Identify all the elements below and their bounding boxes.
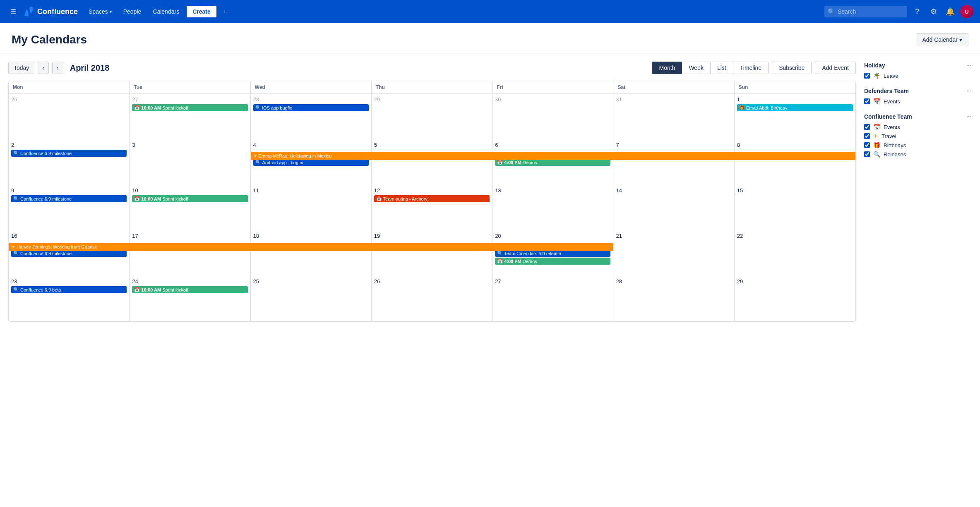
menu-icon[interactable]: ☰ [7,5,20,18]
ct-events-icon: 📅 [873,124,880,130]
cell-16: 16 🔍Confluence 6.9 milestone [9,230,130,276]
month-title: April 2018 [70,63,110,73]
calendar-body: 26 27 📅10:00 AM Sprint kickoff 28 � [9,94,855,321]
confluence-team-title: Confluence Team [864,113,912,120]
event-conf-beta[interactable]: 🔍Confluence 6.9 beta [11,286,127,293]
sidebar-section-holiday: Holiday ··· 🌴 Leave [864,62,972,79]
ct-birthdays-checkbox[interactable] [864,142,870,148]
search-icon: 🔍 [828,8,835,15]
today-button[interactable]: Today [8,62,34,74]
sidebar-section-confluence-team: Confluence Team ··· 📅 Events ✈ Travel 🎁 … [864,113,972,158]
header-wed: Wed [251,81,372,93]
defenders-events-icon: 📅 [873,98,880,105]
calendar-area: Today ‹ › April 2018 Month Week List Tim… [8,62,856,322]
cell-30: 30 [492,94,613,139]
more-button[interactable]: ··· [220,6,233,17]
ct-releases-icon: 🔍 [873,151,880,158]
nav-people[interactable]: People [119,6,146,17]
settings-icon[interactable]: ⚙ [927,5,940,18]
event-demos-2[interactable]: 📅4:00 PM Demos [495,258,610,265]
cell-15: 15 [735,185,855,230]
cell-27b: 27 [492,276,613,321]
week-5: 23 🔍Confluence 6.9 beta 24 📅10:00 AM Spr… [9,276,855,321]
nav-spaces[interactable]: Spaces ▾ [84,6,116,17]
event-conf-milestone-1[interactable]: 🔍Confluence 6.9 milestone [11,150,127,157]
header-fri: Fri [492,81,613,93]
tab-list[interactable]: List [710,62,733,74]
next-button[interactable]: › [52,62,63,74]
header-sat: Sat [613,81,734,93]
cell-21: 21 [613,230,734,276]
notifications-icon[interactable]: 🔔 [944,5,957,18]
sidebar-item-leave: 🌴 Leave [864,72,972,79]
event-team-outing[interactable]: 📅Team outing - Archery! [374,195,490,202]
event-birthday-emad[interactable]: 🎁Emad Abdi: Birthday [737,104,853,111]
cell-23: 23 🔍Confluence 6.9 beta [9,276,130,321]
event-sprint-kickoff-1[interactable]: 📅10:00 AM Sprint kickoff [132,104,247,111]
sidebar: Holiday ··· 🌴 Leave Defenders Team ··· 📅 [864,62,972,322]
event-emma-mexico[interactable]: ✈Emma McRae: Holidaying in Mexico [251,152,855,160]
page-header: My Calendars Add Calendar ▾ [0,23,980,53]
subscribe-button[interactable]: Subscribe [772,62,812,74]
ct-events-checkbox[interactable] [864,124,870,130]
sidebar-item-ct-travel: ✈ Travel [864,133,972,139]
event-sprint-kickoff-3[interactable]: 📅10:00 AM Sprint kickoff [132,286,247,293]
brand-logo[interactable]: Confluence [23,6,78,17]
event-harvey-gdansk[interactable]: ✈Harvey Jennings: Working from Gdańsk [9,243,613,251]
cell-29: 29 [372,94,492,139]
tab-month[interactable]: Month [652,62,682,74]
event-sprint-kickoff-2[interactable]: 📅10:00 AM Sprint kickoff [132,195,247,202]
tab-week[interactable]: Week [682,62,711,74]
add-event-button[interactable]: Add Event [815,62,856,74]
holiday-menu-icon[interactable]: ··· [966,62,972,69]
cell-18: 18 [251,230,372,276]
header-mon: Mon [9,81,130,93]
cell-14: 14 [613,185,734,230]
cell-31: 31 [613,94,734,139]
search-wrap: 🔍 [824,6,907,17]
event-conf-milestone-2[interactable]: 🔍Confluence 6.9 milestone [11,195,127,202]
view-tabs: Month Week List Timeline [652,62,769,74]
cell-28b: 28 [613,276,734,321]
cell-25: 25 [251,276,372,321]
event-ios-bugfix[interactable]: 🔍iOS app bugfix [253,104,369,111]
ct-travel-icon: ✈ [873,133,878,139]
header-sun: Sun [735,81,855,93]
sidebar-item-ct-releases: 🔍 Releases [864,151,972,158]
defenders-events-checkbox[interactable] [864,98,870,104]
cell-22: 22 [735,230,855,276]
cell-28: 28 🔍iOS app bugfix [251,94,372,139]
ct-releases-label: Releases [884,151,906,158]
cell-4: 4 🔍Android app - bugfix [251,139,372,185]
week-2: 2 🔍Confluence 6.9 milestone 3 4 [9,139,855,185]
help-icon[interactable]: ? [910,5,924,18]
cell-2: 2 🔍Confluence 6.9 milestone [9,139,130,185]
confluence-team-menu-icon[interactable]: ··· [966,113,972,120]
tab-timeline[interactable]: Timeline [733,62,769,74]
cell-12: 12 📅Team outing - Archery! [372,185,492,230]
create-button[interactable]: Create [187,6,216,17]
nav-calendars[interactable]: Calendars [149,6,183,17]
avatar[interactable]: U [960,5,973,18]
ct-events-label: Events [884,124,900,130]
ct-travel-checkbox[interactable] [864,133,870,139]
add-calendar-button[interactable]: Add Calendar ▾ [916,33,968,46]
defenders-menu-icon[interactable]: ··· [966,87,972,95]
defenders-title: Defenders Team [864,88,909,94]
cell-29b: 29 [735,276,855,321]
holiday-title: Holiday [864,62,885,69]
sidebar-section-defenders: Defenders Team ··· 📅 Events [864,87,972,105]
cell-24: 24 📅10:00 AM Sprint kickoff [130,276,250,321]
cell-19: 19 [372,230,492,276]
cell-6: 6 📅4:00 PM Demos [492,139,613,185]
search-input[interactable] [824,6,907,17]
cell-8: 8 [735,139,855,185]
cell-3: 3 [130,139,250,185]
prev-button[interactable]: ‹ [38,62,49,74]
cell-5: 5 [372,139,492,185]
cell-10: 10 📅10:00 AM Sprint kickoff [130,185,250,230]
leave-checkbox[interactable] [864,73,870,79]
ct-releases-checkbox[interactable] [864,151,870,157]
cell-26: 26 [9,94,130,139]
ct-travel-label: Travel [882,133,896,139]
